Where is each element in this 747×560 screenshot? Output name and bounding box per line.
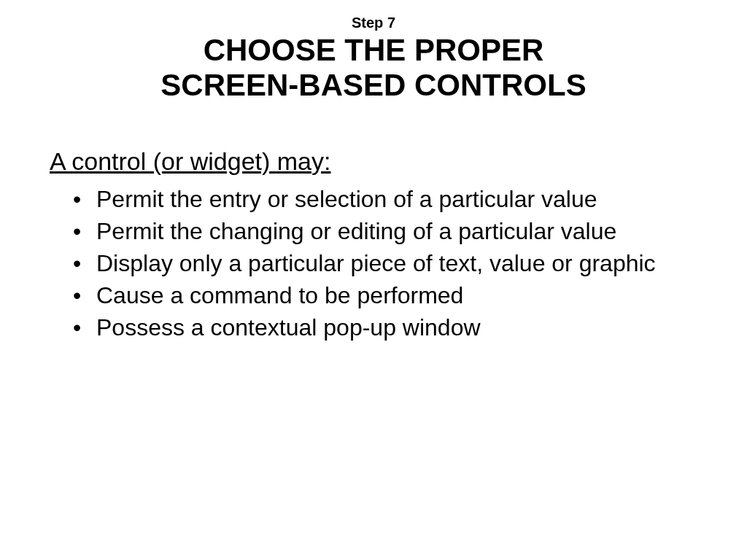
title-line-2: SCREEN-BASED CONTROLS [160, 68, 586, 102]
page-title: CHOOSE THE PROPER SCREEN-BASED CONTROLS [44, 33, 703, 104]
list-item: Possess a contextual pop-up window [73, 313, 703, 342]
step-label: Step 7 [44, 15, 703, 31]
list-item: Permit the changing or editing of a part… [73, 217, 703, 246]
list-item: Permit the entry or selection of a parti… [73, 184, 703, 214]
list-item: Display only a particular piece of text,… [73, 249, 703, 278]
list-item: Cause a command to be performed [73, 281, 703, 310]
title-line-1: CHOOSE THE PROPER [204, 33, 544, 67]
bullet-list: Permit the entry or selection of a parti… [44, 184, 703, 342]
section-subheading: A control (or widget) may: [50, 147, 703, 176]
